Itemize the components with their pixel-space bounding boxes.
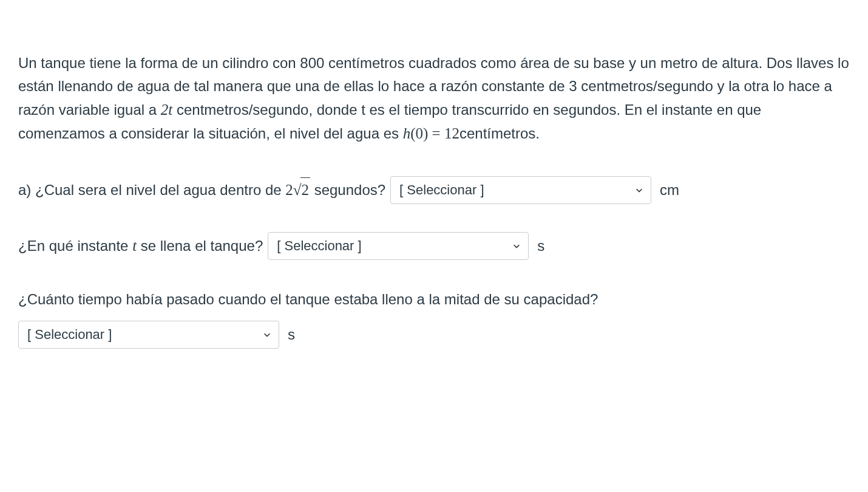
question-b-line: ¿En qué instante t se llena el tanque? [… (18, 232, 850, 260)
qa-sqrt-arg: 2 (300, 177, 311, 202)
dropdown-placeholder: [ Seleccionar ] (399, 179, 484, 200)
question-a-prefix: a) ¿Cual sera el nivel del agua dentro d… (18, 177, 385, 202)
chevron-down-icon (635, 186, 643, 194)
question-c-text: ¿Cuánto tiempo había pasado cuando el ta… (18, 288, 850, 311)
dropdown-question-a[interactable]: [ Seleccionar ] (390, 176, 651, 204)
math-h0: h(0) = 12 (403, 125, 459, 142)
question-a-line: a) ¿Cual sera el nivel del agua dentro d… (18, 176, 850, 204)
math-2t: 2t (161, 101, 172, 118)
question-c-block: ¿Cuánto tiempo había pasado cuando el ta… (18, 288, 850, 349)
unit-label-s: s (288, 326, 295, 343)
math-2sqrt2: 2√2 (285, 182, 310, 198)
chevron-down-icon (512, 242, 521, 250)
dropdown-placeholder: [ Seleccionar ] (27, 327, 112, 343)
question-c-row: [ Seleccionar ] s (18, 321, 850, 349)
dropdown-placeholder: [ Seleccionar ] (277, 235, 361, 256)
qa-prefix-text: a) ¿Cual sera el nivel del agua dentro d… (18, 182, 285, 198)
qa-suffix-text: segundos? (310, 182, 385, 198)
qb-suffix-text: se llena el tanque? (137, 237, 263, 254)
qb-prefix-text: ¿En qué instante (18, 237, 132, 254)
unit-label-cm: cm (660, 179, 679, 202)
problem-text-post: centímetros. (459, 125, 540, 142)
qa-two: 2 (285, 182, 293, 198)
problem-statement: Un tanque tiene la forma de un cilindro … (18, 52, 850, 146)
dropdown-question-c[interactable]: [ Seleccionar ] (18, 321, 279, 349)
chevron-down-icon (263, 330, 271, 339)
unit-label-s: s (537, 234, 544, 258)
question-b-prefix: ¿En qué instante t se llena el tanque? (18, 234, 263, 258)
dropdown-question-b[interactable]: [ Seleccionar ] (268, 232, 529, 260)
